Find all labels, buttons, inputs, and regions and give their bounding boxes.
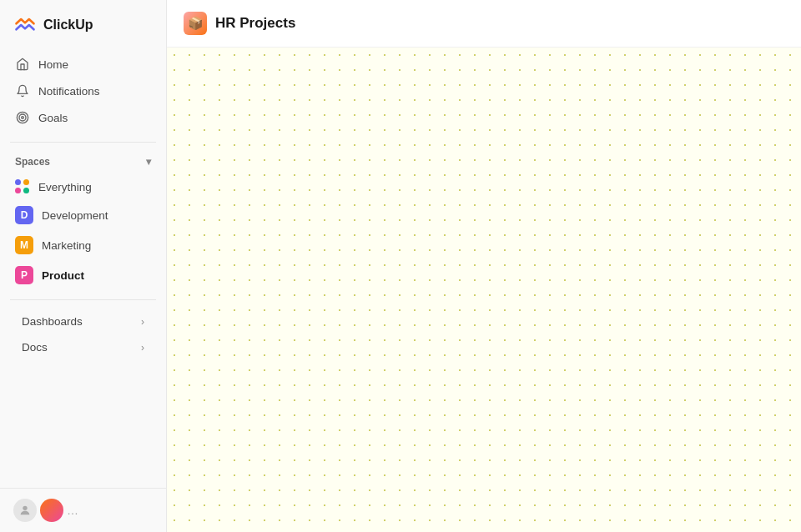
sidebar-item-product[interactable]: P Product <box>7 261 159 289</box>
clickup-logo-icon <box>13 13 37 37</box>
avatar-placeholder-icon <box>18 504 32 517</box>
sidebar-item-everything[interactable]: Everything <box>7 174 159 199</box>
dotted-canvas <box>167 48 801 532</box>
main-content: 📦 HR Projects <box>167 0 801 532</box>
user-avatar[interactable] <box>40 499 63 522</box>
page-title: HR Projects <box>215 15 295 32</box>
top-nav: Home Notifications Goals <box>0 48 166 133</box>
sidebar-item-home[interactable]: Home <box>7 52 159 77</box>
spaces-header[interactable]: Spaces ▾ <box>0 151 166 173</box>
notifications-label: Notifications <box>38 85 100 98</box>
main-header: 📦 HR Projects <box>167 0 801 48</box>
product-badge: P <box>15 266 33 284</box>
svg-point-3 <box>23 506 27 510</box>
development-label: Development <box>42 209 108 222</box>
docs-chevron-icon: › <box>141 342 144 354</box>
development-badge: D <box>15 206 33 224</box>
product-label: Product <box>42 269 84 282</box>
sidebar-item-marketing[interactable]: M Marketing <box>7 231 159 259</box>
docs-label: Docs <box>22 341 48 354</box>
user-menu-dots[interactable]: … <box>67 504 78 517</box>
sidebar-item-development[interactable]: D Development <box>7 201 159 229</box>
dashboards-label: Dashboards <box>22 315 83 328</box>
spaces-list: Everything D Development M Marketing P P… <box>0 173 166 291</box>
docs-section[interactable]: Docs › <box>7 334 159 360</box>
goals-label: Goals <box>38 112 68 124</box>
svg-point-1 <box>19 114 26 121</box>
sidebar: ClickUp Home Notifications <box>0 0 167 532</box>
divider-2 <box>10 299 156 300</box>
home-icon <box>15 57 30 72</box>
marketing-badge: M <box>15 236 33 254</box>
everything-grid-icon <box>15 179 30 194</box>
home-label: Home <box>38 58 68 71</box>
sidebar-item-notifications[interactable]: Notifications <box>7 78 159 103</box>
avatar-bg <box>13 499 37 522</box>
goals-icon <box>15 110 30 125</box>
spaces-label: Spaces <box>15 156 50 168</box>
project-icon: 📦 <box>184 12 207 35</box>
bell-icon <box>15 83 30 98</box>
avatar-area[interactable]: … <box>13 499 78 522</box>
dashboards-section[interactable]: Dashboards › <box>7 309 159 334</box>
sidebar-item-goals[interactable]: Goals <box>7 105 159 130</box>
dashboards-chevron-icon: › <box>141 316 144 328</box>
logo-area[interactable]: ClickUp <box>0 0 166 48</box>
everything-label: Everything <box>38 181 92 193</box>
svg-point-2 <box>22 117 24 119</box>
spaces-chevron-icon: ▾ <box>146 156 151 168</box>
sidebar-bottom[interactable]: … <box>0 488 166 532</box>
divider-1 <box>10 142 156 143</box>
marketing-label: Marketing <box>42 239 91 252</box>
logo-text: ClickUp <box>43 18 93 33</box>
